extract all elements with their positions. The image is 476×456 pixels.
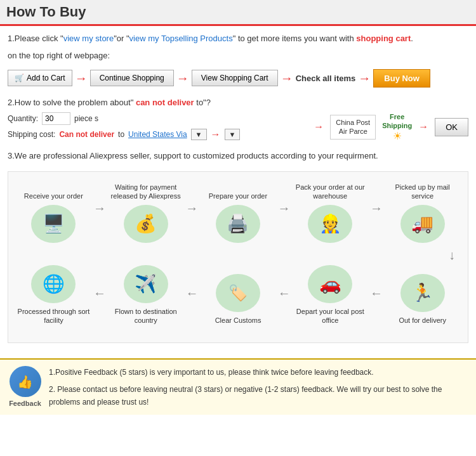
sun-icon: ☀ [382,130,412,142]
flow-arrow-5: ← [370,286,383,301]
flow-item-receive: Receive your order 🖥️ [15,181,91,243]
free-shipping-info: Free Shipping ☀ [382,112,412,143]
section1-on-top: on the top right of webpage: [8,49,468,63]
flow-arrow-4: → [370,201,383,216]
shipping-select-dropdown[interactable]: ▼ [225,129,241,140]
deliver-right: → China Post Air Parce Free Shipping ☀ → [314,112,468,143]
flow-bottom-row: 🏃 Out for delivery ← 🚗 Depart your local… [15,265,461,329]
section1-intro: 1.Please click "view my store"or "view m… [8,32,468,46]
feedback-text: 1.Positive Feedback (5 stars) is very im… [49,366,468,408]
china-post-line1: China Post [336,118,370,127]
page-title: How To Buy [6,4,86,20]
flow-label-pack: Pack your order at our warehouse [292,181,368,201]
section1-suffix: " to get more items you want with shoppi… [233,34,413,43]
united-states-via-link[interactable]: United States Via [128,130,187,139]
free-shipping-text: Free Shipping [382,112,412,131]
add-to-cart-button[interactable]: 🛒 Add to Cart [8,70,72,86]
feedback-icon-container: 👍 Feedback [8,366,43,407]
buy-now-button[interactable]: Buy Now [373,69,430,88]
quantity-input[interactable] [42,112,70,125]
flow-item-out-delivery: 🏃 Out for delivery [385,274,461,329]
flow-top-row: Receive your order 🖥️ → Waiting for paym… [15,181,461,243]
can-not-deliver-text: can not deliver [136,98,194,107]
flow-label-customs: Clear Customs [215,316,261,325]
flow-arrow-3: → [278,201,291,216]
flow-icon-prepare: 🖨️ [216,205,260,243]
section2-title-text: 2.How to solve the problem about" [8,98,136,107]
section3-text: 3.We are professional Aliexpress seller,… [8,150,468,162]
flow-item-flown: ✈️ Flown to destination country [108,265,184,329]
china-post-box: China Post Air Parce [330,115,376,140]
to-text: to [118,130,124,139]
shipping-dropdown[interactable]: ▼ [191,129,207,140]
section1-text1: 1.Please click " [8,34,63,43]
china-post-info: China Post Air Parce [330,115,376,140]
flow-label-prepare: Prepare your order [209,181,267,201]
flow-icon-pack: 👷 [308,205,352,243]
flow-label-flown: Flown to destination country [108,307,184,325]
flow-item-processed: 🌐 Processed through sort facility [15,265,91,329]
section2-title: 2.How to solve the problem about" can no… [8,98,468,107]
flow-item-pack: Pack your order at our warehouse 👷 [292,181,368,243]
shopping-cart-text: shopping cart [356,34,411,43]
header-bar: How To Buy [0,0,476,26]
flow-item-customs: 🏷️ Clear Customs [200,274,276,329]
arrow1: → [75,72,88,84]
shipping-row: Shipping cost: Can not deliver to United… [8,129,301,140]
section1-or: "or " [114,34,129,43]
continue-shopping-button[interactable]: Continue Shopping [90,70,174,86]
flow-icon-flown: ✈️ [124,265,168,303]
quantity-label: Quantity: [8,114,38,123]
flow-arrow-7: ← [185,286,198,301]
flow-label-pickup: Picked up by mail service [385,181,461,201]
feedback-section: 👍 Feedback 1.Positive Feedback (5 stars)… [0,358,476,415]
flow-arrow-down: ↓ [15,248,461,263]
cart-icon: 🛒 [15,74,24,82]
main-content: 1.Please click "view my store"or "view m… [0,26,476,358]
flow-icon-waiting: 💰 [124,205,168,243]
arrow5: → [211,129,221,140]
deliver-left: Quantity: piece s Shipping cost: Can not… [8,112,301,140]
flow-label-out-delivery: Out for delivery [399,316,446,325]
china-post-line2: Air Parce [336,127,370,136]
flow-item-pickup: Picked up by mail service 🚚 [385,181,461,243]
flow-icon-customs: 🏷️ [216,274,260,312]
flow-icon-depart: 🚗 [308,265,352,303]
flow-icon-out-delivery: 🏃 [400,274,445,312]
cart-flow: 🛒 Add to Cart → Continue Shopping → View… [8,69,468,88]
section2: 2.How to solve the problem about" can no… [8,98,468,143]
piece-label: piece s [74,114,98,123]
flow-item-depart: 🚗 Depart your local post office [292,265,368,329]
quantity-row: Quantity: piece s [8,112,301,125]
flow-item-waiting: Waiting for payment released by Aliexpre… [108,181,184,243]
thumbs-up-icon: 👍 [17,374,33,389]
flow-label-receive: Receive your order [24,181,83,201]
section2-title-end: to"? [194,98,211,107]
flow-icon-processed: 🌐 [31,265,76,303]
view-my-store-link[interactable]: view my store [63,34,114,43]
check-all-items-label: Check all items [296,74,356,83]
flow-arrow-2: → [185,201,198,216]
flow-diagram: Receive your order 🖥️ → Waiting for paym… [8,171,468,344]
feedback-line2: 2. Please contact us before leaving neut… [49,383,468,409]
flow-item-prepare: Prepare your order 🖨️ [200,181,276,243]
arrow7: → [418,122,428,132]
feedback-label: Feedback [9,400,41,407]
flow-arrow-8: ← [93,286,106,301]
flow-icon-pickup: 🚚 [400,205,445,243]
arrow3: → [281,72,293,84]
arrow2: → [176,72,189,84]
flow-label-depart: Depart your local post office [292,307,368,325]
can-not-deliver-label: Can not deliver [59,130,114,139]
deliver-form: Quantity: piece s Shipping cost: Can not… [8,112,468,143]
view-shopping-cart-button[interactable]: View Shopping Cart [192,70,278,86]
arrow6: → [314,122,324,132]
flow-label-waiting: Waiting for payment released by Aliexpre… [108,181,184,201]
arrow4: → [358,72,371,84]
flow-label-processed: Processed through sort facility [15,307,91,325]
ok-button[interactable]: OK [435,118,468,136]
flow-arrow-6: ← [278,286,291,301]
shipping-label: Shipping cost: [8,130,55,139]
flow-icon-receive: 🖥️ [31,205,76,243]
view-topselling-link[interactable]: view my Topselling Products [129,34,233,43]
